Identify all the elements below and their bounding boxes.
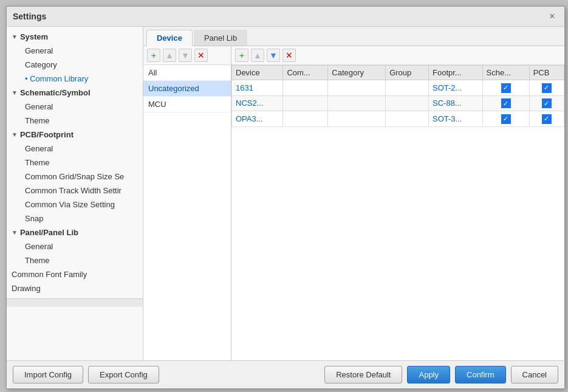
import-config-button[interactable]: Import Config — [13, 366, 83, 383]
col-schematic: Sche... — [482, 66, 529, 80]
cancel-button[interactable]: Cancel — [511, 366, 558, 383]
apply-button[interactable]: Apply — [407, 366, 450, 383]
cell-schematic[interactable]: ✓ — [482, 80, 529, 96]
sidebar-item-common-library[interactable]: Common Library — [7, 72, 143, 86]
settings-dialog: Settings × ▼ System General Category Com… — [6, 6, 565, 389]
sidebar-item-snap[interactable]: Snap — [7, 211, 143, 225]
cell-device[interactable]: NCS2... — [232, 95, 283, 111]
sidebar-group-pcb[interactable]: ▼ PCB/Footprint — [7, 128, 143, 142]
cell-device[interactable]: OPA3... — [232, 111, 283, 127]
cell-pcb[interactable]: ✓ — [529, 95, 564, 111]
tab-panel-lib[interactable]: Panel Lib — [194, 30, 247, 46]
col-component: Com... — [283, 66, 328, 80]
col-group: Group — [386, 66, 429, 80]
content-area: ▼ System General Category Common Library… — [7, 27, 564, 360]
table-up-button[interactable]: ▲ — [251, 49, 264, 62]
cell-pcb[interactable]: ✓ — [529, 111, 564, 127]
list-panel: + ▲ ▼ ✕ All Uncategorized MCU — [143, 46, 231, 360]
table-add-button[interactable]: + — [235, 49, 248, 62]
sidebar-item-common-font[interactable]: Common Font Family — [7, 267, 143, 281]
table-row: OPA3...SOT-3...✓✓ — [232, 111, 564, 127]
sidebar-item-grid-snap[interactable]: Common Grid/Snap Size Se — [7, 170, 143, 184]
close-button[interactable]: × — [546, 10, 558, 22]
sidebar-scrollbar[interactable] — [7, 298, 143, 307]
device-link[interactable]: OPA3... — [236, 114, 263, 123]
cell-component — [283, 95, 328, 111]
footprint-link[interactable]: SOT-2... — [433, 83, 462, 92]
pcb-checkbox[interactable]: ✓ — [542, 98, 552, 108]
sidebar-item-general-system[interactable]: General — [7, 44, 143, 58]
sidebar-item-general-pcb[interactable]: General — [7, 142, 143, 156]
sidebar-item-drawing[interactable]: Drawing — [7, 281, 143, 295]
sidebar-item-general-schematic[interactable]: General — [7, 100, 143, 114]
arrow-icon: ▼ — [12, 229, 18, 236]
cell-pcb[interactable]: ✓ — [529, 80, 564, 96]
bottom-left-buttons: Import Config Export Config — [13, 366, 159, 383]
cell-group — [386, 95, 429, 111]
sidebar-group-panel[interactable]: ▼ Panel/Panel Lib — [7, 225, 143, 239]
schematic-checkbox[interactable]: ✓ — [501, 114, 511, 124]
arrow-icon: ▼ — [12, 89, 18, 96]
confirm-button[interactable]: Confirm — [455, 366, 506, 383]
sidebar-item-theme-pcb[interactable]: Theme — [7, 156, 143, 170]
cell-category — [328, 95, 386, 111]
arrow-icon: ▼ — [12, 33, 18, 40]
list-item-uncategorized[interactable]: Uncategorized — [143, 81, 231, 97]
panel-body: + ▲ ▼ ✕ All Uncategorized MCU + — [143, 46, 564, 360]
cell-category — [328, 111, 386, 127]
table-row: 1631SOT-2...✓✓ — [232, 80, 564, 96]
sidebar-item-theme-schematic[interactable]: Theme — [7, 114, 143, 128]
cell-component — [283, 111, 328, 127]
col-category: Category — [328, 66, 386, 80]
sidebar-item-via-size[interactable]: Common Via Size Setting — [7, 198, 143, 211]
sidebar-group-schematic[interactable]: ▼ Schematic/Symbol — [7, 86, 143, 100]
main-panel: Device Panel Lib + ▲ ▼ ✕ — [143, 27, 564, 360]
tabs-bar: Device Panel Lib — [143, 27, 564, 46]
col-pcb: PCB — [529, 66, 564, 80]
export-config-button[interactable]: Export Config — [88, 366, 159, 383]
bottom-bar: Import Config Export Config Restore Defa… — [7, 360, 564, 388]
footprint-link[interactable]: SC-88... — [433, 98, 462, 108]
device-link[interactable]: 1631 — [236, 83, 253, 92]
tab-device[interactable]: Device — [146, 30, 193, 46]
list-item-all[interactable]: All — [143, 65, 231, 81]
sidebar-item-general-panel[interactable]: General — [7, 239, 143, 253]
table-row: NCS2...SC-88...✓✓ — [232, 95, 564, 111]
cell-footprint: SOT-2... — [429, 80, 483, 96]
footprint-link[interactable]: SOT-3... — [433, 114, 462, 123]
cell-component — [283, 80, 328, 96]
arrow-icon: ▼ — [12, 131, 18, 138]
table-remove-button[interactable]: ✕ — [282, 49, 296, 62]
list-down-button[interactable]: ▼ — [179, 49, 192, 62]
sidebar-item-theme-panel[interactable]: Theme — [7, 253, 143, 267]
cell-device[interactable]: 1631 — [232, 80, 283, 96]
list-add-button[interactable]: + — [147, 49, 160, 62]
list-up-button[interactable]: ▲ — [163, 49, 176, 62]
restore-default-button[interactable]: Restore Default — [324, 366, 402, 383]
table-down-button[interactable]: ▼ — [267, 49, 280, 62]
cell-group — [386, 111, 429, 127]
sidebar-group-label: Schematic/Symbol — [20, 88, 91, 97]
sidebar-group-label: Panel/Panel Lib — [20, 228, 78, 237]
pcb-checkbox[interactable]: ✓ — [542, 83, 552, 93]
cell-group — [386, 80, 429, 96]
sidebar-group-system[interactable]: ▼ System — [7, 30, 143, 44]
title-bar: Settings × — [7, 7, 564, 27]
cell-footprint: SC-88... — [429, 95, 483, 111]
sidebar-group-label: System — [20, 32, 48, 41]
device-link[interactable]: NCS2... — [236, 98, 264, 108]
dialog-title: Settings — [13, 12, 46, 21]
schematic-checkbox[interactable]: ✓ — [501, 83, 511, 93]
list-item-mcu[interactable]: MCU — [143, 97, 231, 112]
sidebar: ▼ System General Category Common Library… — [7, 27, 143, 298]
sidebar-item-category[interactable]: Category — [7, 58, 143, 72]
list-remove-button[interactable]: ✕ — [194, 49, 208, 62]
schematic-checkbox[interactable]: ✓ — [501, 98, 511, 108]
cell-schematic[interactable]: ✓ — [482, 111, 529, 127]
cell-schematic[interactable]: ✓ — [482, 95, 529, 111]
sidebar-item-track-width[interactable]: Common Track Width Settir — [7, 184, 143, 198]
cell-footprint: SOT-3... — [429, 111, 483, 127]
pcb-checkbox[interactable]: ✓ — [542, 114, 552, 124]
cell-category — [328, 80, 386, 96]
table-toolbar: + ▲ ▼ ✕ — [231, 46, 564, 65]
